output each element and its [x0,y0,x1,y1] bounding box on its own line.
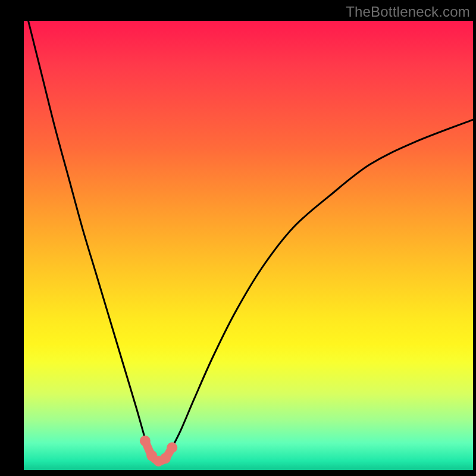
pink-marker [167,442,177,453]
plot-area [24,21,473,470]
pink-marker [160,453,171,464]
pink-marker [140,436,151,446]
pink-marker-group [140,436,177,466]
bottleneck-curve [29,21,473,461]
chart-frame: TheBottleneck.com [0,0,476,476]
watermark-text: TheBottleneck.com [346,4,470,20]
curve-layer [24,21,473,470]
